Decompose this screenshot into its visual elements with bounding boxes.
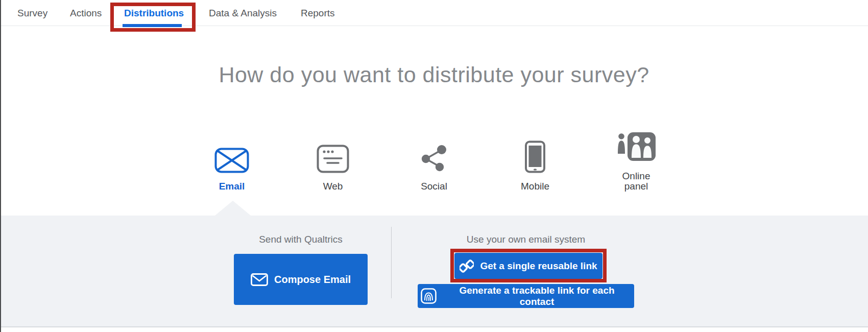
chain-link-icon [460,259,474,273]
option-web[interactable]: Web [282,123,383,192]
option-email[interactable]: Email [181,123,282,192]
compose-email-label: Compose Email [274,274,351,286]
tab-data-analysis[interactable]: Data & Analysis [209,0,277,26]
fingerprint-icon [421,288,437,304]
option-label: Web [323,181,343,192]
people-group-icon [617,131,656,163]
distribution-options-row: Email Web Social [181,123,687,192]
send-with-qualtrics-title: Send with Qualtrics [214,234,388,245]
email-envelope-icon [214,148,249,173]
get-single-reusable-link-button[interactable]: Get a single reusable link [454,253,602,279]
tab-distributions[interactable]: Distributions [124,0,184,26]
generate-trackable-link-button[interactable]: Generate a trackable link for each conta… [418,284,634,308]
option-label: Social [421,181,447,192]
browser-window-icon [317,145,349,173]
option-label: Mobile [521,181,549,192]
section-divider [391,227,392,298]
option-social[interactable]: Social [383,123,485,192]
window-left-edge [0,0,1,332]
option-label: Online panel [612,171,661,192]
smartphone-icon [524,140,546,173]
option-mobile[interactable]: Mobile [485,123,586,192]
email-distribution-panel [0,216,868,327]
share-network-icon [419,144,449,173]
page-title: How do you want to distribute your surve… [0,62,868,87]
tab-actions[interactable]: Actions [70,0,102,26]
option-label: Email [219,181,245,192]
tab-survey[interactable]: Survey [17,0,47,26]
selected-option-caret [215,201,251,216]
trackable-link-label: Generate a trackable link for each conta… [443,285,631,307]
compose-email-button[interactable]: Compose Email [234,254,368,305]
reusable-link-label: Get a single reusable link [480,260,597,272]
own-email-system-title: Use your own email system [439,234,613,245]
top-tab-bar: Survey Actions Distributions Data & Anal… [0,0,868,26]
tab-reports[interactable]: Reports [301,0,335,26]
envelope-icon [251,273,268,286]
option-online-panel[interactable]: Online panel [586,123,687,192]
active-tab-underline [123,24,182,27]
